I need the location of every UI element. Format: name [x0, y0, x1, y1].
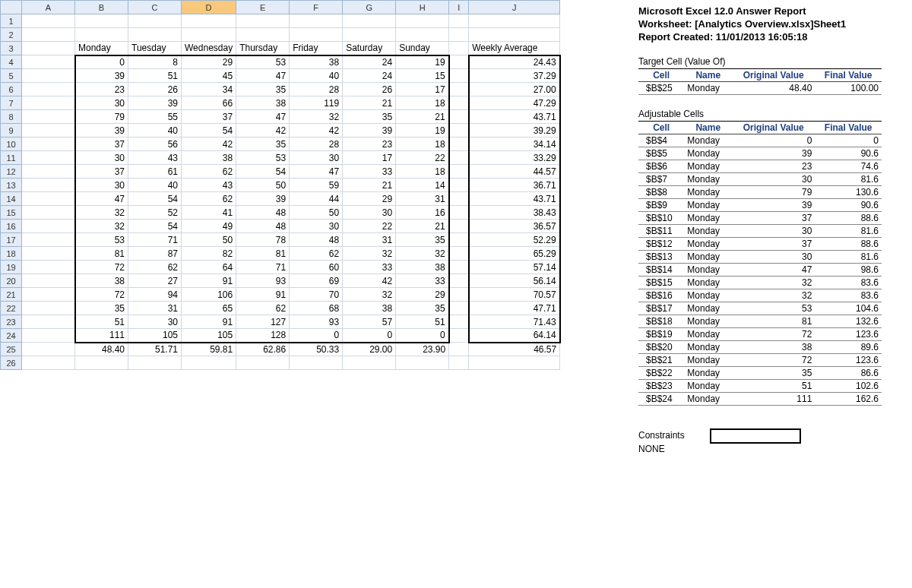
weekly-avg[interactable]: 43.71: [469, 192, 560, 206]
row-header-18[interactable]: 18: [1, 247, 22, 261]
data-cell[interactable]: 24: [343, 55, 396, 69]
data-cell[interactable]: 32: [396, 247, 449, 261]
row-header-20[interactable]: 20: [1, 274, 22, 288]
data-cell[interactable]: 39: [236, 192, 290, 206]
cell-A16[interactable]: [22, 220, 75, 233]
col-header-C[interactable]: C: [128, 1, 182, 14]
data-cell[interactable]: 59: [290, 179, 343, 192]
cell-I7[interactable]: [449, 96, 469, 110]
cell-H26[interactable]: [396, 356, 449, 370]
data-cell[interactable]: 62: [290, 247, 343, 261]
weekly-avg[interactable]: 44.57: [469, 165, 560, 179]
data-cell[interactable]: 18: [396, 138, 449, 151]
data-cell[interactable]: 33: [396, 274, 449, 288]
data-cell[interactable]: 62: [182, 165, 236, 179]
data-cell[interactable]: 28: [290, 83, 343, 96]
data-cell[interactable]: 35: [396, 302, 449, 315]
row-header-7[interactable]: 7: [1, 96, 22, 110]
cell-E26[interactable]: [236, 356, 290, 370]
data-cell[interactable]: 23: [343, 138, 396, 151]
weekly-avg[interactable]: 27.00: [469, 83, 560, 96]
corner-cell[interactable]: [1, 1, 22, 14]
col-mean[interactable]: 50.33: [290, 343, 343, 356]
cell-I2[interactable]: [449, 28, 469, 42]
weekly-avg[interactable]: 65.29: [469, 247, 560, 261]
cell-B1[interactable]: [75, 14, 128, 28]
cell-D1[interactable]: [182, 14, 236, 28]
data-cell[interactable]: 35: [343, 110, 396, 124]
data-cell[interactable]: 42: [182, 138, 236, 151]
data-cell[interactable]: 51: [396, 315, 449, 329]
cell-I12[interactable]: [449, 165, 469, 179]
col-header-G[interactable]: G: [343, 1, 396, 14]
cell-A15[interactable]: [22, 206, 75, 220]
data-cell[interactable]: 35: [236, 138, 290, 151]
row-header-24[interactable]: 24: [1, 329, 22, 343]
data-cell[interactable]: 65: [182, 302, 236, 315]
data-cell[interactable]: 45: [182, 69, 236, 83]
cell-I8[interactable]: [449, 110, 469, 124]
data-cell[interactable]: 32: [343, 288, 396, 302]
row-header-23[interactable]: 23: [1, 315, 22, 329]
data-cell[interactable]: 33: [343, 165, 396, 179]
data-cell[interactable]: 91: [236, 288, 290, 302]
data-cell[interactable]: 39: [75, 69, 128, 83]
data-cell[interactable]: 54: [128, 220, 182, 233]
cell-C26[interactable]: [128, 356, 182, 370]
data-cell[interactable]: 30: [290, 220, 343, 233]
cell-A10[interactable]: [22, 138, 75, 151]
cell-I20[interactable]: [449, 274, 469, 288]
spreadsheet-grid[interactable]: ABCDEFGHIJ123MondayTuesdayWednesdayThurs…: [0, 0, 561, 370]
data-cell[interactable]: 40: [128, 124, 182, 138]
data-cell[interactable]: 31: [396, 192, 449, 206]
data-cell[interactable]: 30: [128, 315, 182, 329]
data-cell[interactable]: 53: [75, 233, 128, 247]
data-cell[interactable]: 87: [128, 247, 182, 261]
row-header-4[interactable]: 4: [1, 55, 22, 69]
cell-I14[interactable]: [449, 192, 469, 206]
weekly-avg[interactable]: 70.57: [469, 288, 560, 302]
row-header-16[interactable]: 16: [1, 220, 22, 233]
data-cell[interactable]: 78: [236, 233, 290, 247]
data-cell[interactable]: 55: [128, 110, 182, 124]
col-header-I[interactable]: I: [449, 1, 469, 14]
data-cell[interactable]: 38: [290, 55, 343, 69]
data-cell[interactable]: 68: [290, 302, 343, 315]
cell-B2[interactable]: [75, 28, 128, 42]
data-cell[interactable]: 29: [396, 288, 449, 302]
row-header-1[interactable]: 1: [1, 14, 22, 28]
data-cell[interactable]: 43: [128, 151, 182, 165]
data-cell[interactable]: 50: [290, 206, 343, 220]
day-header[interactable]: Weekly Average: [469, 42, 560, 55]
cell-I19[interactable]: [449, 261, 469, 274]
cell-G26[interactable]: [343, 356, 396, 370]
data-cell[interactable]: 57: [343, 315, 396, 329]
cell-I6[interactable]: [449, 83, 469, 96]
data-cell[interactable]: 35: [236, 83, 290, 96]
data-cell[interactable]: 71: [236, 261, 290, 274]
row-header-21[interactable]: 21: [1, 288, 22, 302]
row-header-8[interactable]: 8: [1, 110, 22, 124]
data-cell[interactable]: 34: [182, 83, 236, 96]
row-header-3[interactable]: 3: [1, 42, 22, 55]
data-cell[interactable]: 18: [396, 165, 449, 179]
col-mean[interactable]: 23.90: [396, 343, 449, 356]
cell-G1[interactable]: [343, 14, 396, 28]
row-header-26[interactable]: 26: [1, 356, 22, 370]
data-cell[interactable]: 60: [290, 261, 343, 274]
cell-A1[interactable]: [22, 14, 75, 28]
data-cell[interactable]: 32: [75, 220, 128, 233]
data-cell[interactable]: 94: [128, 288, 182, 302]
row-header-5[interactable]: 5: [1, 69, 22, 83]
data-cell[interactable]: 27: [128, 274, 182, 288]
row-header-22[interactable]: 22: [1, 302, 22, 315]
cell-F1[interactable]: [290, 14, 343, 28]
data-cell[interactable]: 14: [396, 179, 449, 192]
cell-A2[interactable]: [22, 28, 75, 42]
data-cell[interactable]: 21: [396, 110, 449, 124]
data-cell[interactable]: 23: [75, 83, 128, 96]
data-cell[interactable]: 47: [75, 192, 128, 206]
weekly-avg[interactable]: 37.29: [469, 69, 560, 83]
cell-I15[interactable]: [449, 206, 469, 220]
weekly-avg[interactable]: 36.71: [469, 179, 560, 192]
